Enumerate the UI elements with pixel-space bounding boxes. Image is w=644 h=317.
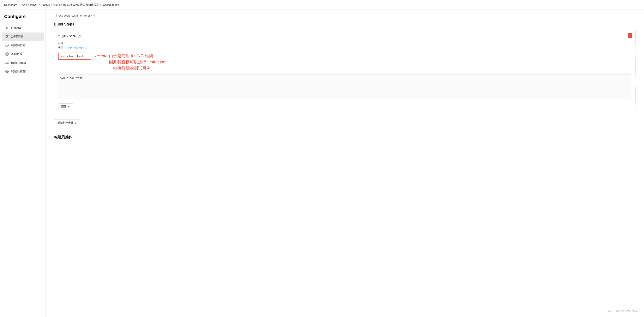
main-content: Use secret text(s) or file(s) ? Build St… [46, 10, 644, 317]
sidebar-title: Configure [0, 14, 45, 24]
secret-row: Use secret text(s) or file(s) ? [54, 14, 636, 17]
command-area-wrapper: mvn clean test 由于是使用 testNG 框架 因此我直接可以运行… [58, 53, 632, 71]
breadcrumb-current: Configuration [103, 3, 119, 7]
build-step-card: × ≡ 执行 shell ? 命令 查看 可用的环境变量列表 mvn clean… [54, 30, 636, 114]
add-step-chevron-icon: ∨ [75, 121, 77, 124]
step-header: ≡ 执行 shell ? [58, 34, 632, 38]
sidebar-item-build-steps-label: Build Steps [11, 61, 26, 64]
list-icon [5, 61, 9, 65]
post-build-section-title: 构建后操作 [54, 135, 636, 140]
globe-icon [5, 52, 9, 56]
secret-label: Use secret text(s) or file(s) [58, 14, 90, 17]
branch-icon [5, 35, 9, 39]
command-box: mvn clean test [58, 53, 91, 60]
advanced-chevron-icon: ∨ [68, 105, 70, 108]
svg-point-0 [6, 35, 6, 36]
step-close-button[interactable]: × [628, 33, 632, 38]
arrow-annotation: 由于是使用 testNG 框架 因此我直接可以运行 testng.xml 一键执… [94, 53, 632, 71]
arrow-icon [94, 54, 107, 60]
svg-point-13 [6, 71, 8, 72]
sidebar-item-source-label: 源码管理 [11, 35, 23, 39]
sidebar-item-post-build[interactable]: 构建后操作 [2, 67, 44, 76]
env-link[interactable]: 可用的环境变量列表 [65, 46, 88, 50]
sidebar-item-source[interactable]: 源码管理 [2, 33, 44, 41]
env-link-prefix: 查看 [58, 46, 64, 49]
env-link-row: 查看 可用的环境变量列表 [58, 46, 632, 51]
sidebar-item-general[interactable]: ⚙ General [2, 24, 44, 32]
step-help-icon[interactable]: ? [78, 35, 81, 38]
advanced-label: 高级 [61, 105, 66, 109]
breadcrumb-dashboard[interactable]: Dashboard [4, 3, 18, 7]
clock-icon [5, 43, 9, 48]
sidebar-item-environment[interactable]: 构建环境 [2, 50, 44, 58]
command-textarea[interactable]: mvn clean test [58, 75, 632, 99]
command-field-label: 命令 [58, 42, 632, 45]
sidebar-item-triggers-label: 构建触发器 [11, 44, 26, 47]
breadcrumb-project[interactable]: Java + Maven + TestNG + Allure + Rest-As… [21, 3, 99, 7]
add-step-label: 增加构建步骤 [57, 121, 74, 125]
gear-icon: ⚙ [5, 26, 9, 30]
drag-handle-icon[interactable]: ≡ [58, 34, 60, 38]
advanced-button[interactable]: 高级 ∨ [58, 103, 73, 110]
post-build-icon [5, 69, 9, 74]
build-steps-title: Build Steps [54, 22, 636, 27]
annotation-text: 由于是使用 testNG 框架 因此我直接可以运行 testng.xml 一键执… [109, 53, 166, 71]
step-title: 执行 shell [62, 34, 76, 38]
sidebar-item-post-build-label: 构建后操作 [11, 70, 26, 73]
secret-checkbox[interactable] [54, 14, 57, 17]
breadcrumb-sep-2: > [100, 3, 102, 7]
secret-help-icon[interactable]: ? [92, 14, 95, 17]
sidebar-item-build-steps[interactable]: Build Steps [2, 59, 44, 67]
sidebar-item-general-label: General [11, 26, 22, 30]
watermark: CSDN @小张认为的测试 [608, 309, 638, 313]
breadcrumb: Dashboard > Java + Maven + TestNG + Allu… [0, 0, 644, 10]
svg-marker-12 [6, 70, 8, 73]
breadcrumb-sep-1: > [18, 3, 20, 7]
sidebar-item-triggers[interactable]: 构建触发器 [2, 41, 44, 50]
add-build-step-button[interactable]: 增加构建步骤 ∨ [54, 119, 80, 126]
sidebar: Configure ⚙ General 源码管理 [0, 10, 46, 317]
svg-point-1 [8, 35, 8, 36]
sidebar-item-environment-label: 构建环境 [11, 52, 23, 56]
